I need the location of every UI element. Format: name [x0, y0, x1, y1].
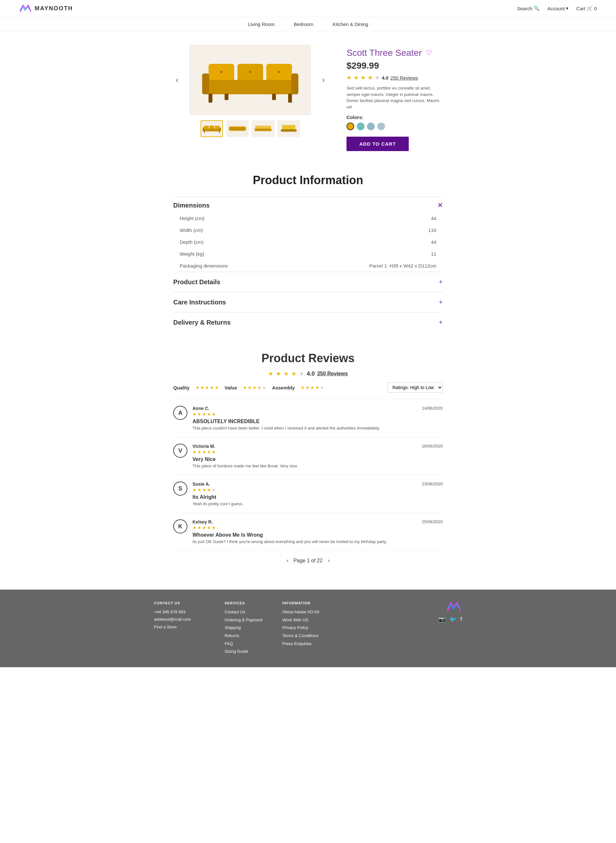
- search-link[interactable]: Search 🔍: [517, 6, 540, 11]
- footer-services-title: SERVICES: [224, 601, 263, 605]
- footer-contact-us[interactable]: Contact Us: [224, 608, 263, 616]
- thumbnail-4[interactable]: [277, 120, 300, 137]
- wishlist-icon[interactable]: ♡: [426, 49, 432, 57]
- overall-rating: ★ ★ ★ ★ ★ 4.0 250 Reviews: [173, 370, 443, 377]
- review-date-2: 23/06/2020: [422, 481, 443, 486]
- color-swatch-blue-grey[interactable]: [367, 123, 375, 130]
- rating-row: ★ ★ ★ ★ ★ 4.0 250 Reviews: [346, 74, 443, 81]
- header: MAYNOOTH Search 🔍 Account ▾ Cart 🛒 0: [0, 0, 616, 17]
- accordion-care-instructions-label: Care Instructions: [173, 299, 226, 306]
- reviews-section: Product Reviews ★ ★ ★ ★ ★ 4.0 250 Review…: [154, 345, 462, 589]
- prev-image-button[interactable]: ‹: [173, 73, 181, 87]
- nav-bedroom[interactable]: Bedroom: [294, 22, 314, 27]
- prev-page-button[interactable]: ‹: [286, 557, 289, 564]
- review-content-2: Susie A. ★ ★ ★ ★ ★ 23/06/2020 Its Alrigh…: [192, 481, 443, 506]
- dim-row-packaging: Packaging dimensions Parcel 1: H35 x W42…: [173, 260, 443, 272]
- thumbnail-3[interactable]: [252, 120, 274, 137]
- nav-kitchen-dining[interactable]: Kitchen & Dining: [333, 22, 368, 27]
- accordion-care-instructions-header[interactable]: Care Instructions +: [173, 292, 443, 312]
- product-title: Scott Three Seater ♡: [346, 48, 443, 58]
- value-stars: ★ ★ ★ ★ ★: [243, 385, 266, 390]
- logo-text: MAYNOOTH: [35, 5, 73, 12]
- svg-rect-13: [204, 126, 209, 129]
- instagram-icon[interactable]: 📷: [439, 616, 446, 623]
- header-actions: Search 🔍 Account ▾ Cart 🛒 0: [517, 6, 597, 11]
- footer-sizing-guide[interactable]: Sizing Guide: [224, 648, 263, 656]
- logo-icon: [19, 4, 32, 13]
- overall-star-5: ★: [299, 370, 304, 377]
- thumbnail-2[interactable]: [226, 120, 249, 137]
- pagination: ‹ Page 1 of 22 ›: [173, 550, 443, 577]
- accordion-delivery-returns-header[interactable]: Delivery & Returns +: [173, 312, 443, 332]
- dim-row-height: Height (cm) 44: [173, 213, 443, 224]
- footer-returns[interactable]: Returns: [224, 632, 263, 640]
- add-to-cart-button[interactable]: ADD TO CART: [346, 137, 409, 151]
- footer-terms[interactable]: Terms & Conditions: [282, 632, 334, 640]
- svg-rect-14: [210, 126, 214, 129]
- star-4: ★: [368, 74, 373, 81]
- nav-living-room[interactable]: Living Room: [248, 22, 274, 27]
- footer-privacy-policy[interactable]: Privacy Policy: [282, 624, 334, 632]
- color-swatch-light-blue[interactable]: [377, 123, 385, 130]
- twitter-icon[interactable]: 🐦: [449, 616, 456, 623]
- cart-link[interactable]: Cart 🛒 0: [576, 6, 597, 11]
- dim-row-depth: Depth (cm) 44: [173, 236, 443, 248]
- review-item-3: K Kelsey R. ★ ★ ★ ★ ★ 25/06/2020 Whoever…: [173, 513, 443, 550]
- footer-ordering-payment[interactable]: Ordering & Payment: [224, 616, 263, 624]
- cart-icon: 🛒: [587, 6, 593, 11]
- reviewer-name-2: Susie A.: [192, 481, 216, 487]
- accordion-delivery-returns-label: Delivery & Returns: [173, 319, 231, 326]
- rating-categories: Quality ★ ★ ★ ★ ★ Value ★ ★ ★ ★ ★ Assemb…: [173, 383, 443, 393]
- accordion-product-details-header[interactable]: Product Details +: [173, 272, 443, 292]
- accordion-delivery-returns-icon: +: [439, 318, 443, 327]
- star-5: ★: [375, 74, 380, 81]
- reviewer-avatar-3: K: [173, 519, 187, 534]
- color-swatch-yellow[interactable]: [346, 123, 354, 130]
- reviewer-avatar-1: V: [173, 444, 187, 458]
- svg-rect-22: [229, 127, 246, 130]
- dimensions-close-icon[interactable]: ✕: [437, 201, 443, 209]
- svg-rect-20: [219, 131, 220, 133]
- svg-rect-19: [204, 131, 205, 133]
- footer-info-title: INFORMATION: [282, 601, 334, 605]
- accordion-delivery-returns: Delivery & Returns +: [173, 312, 443, 332]
- thumbnail-1[interactable]: [201, 120, 223, 137]
- footer-about[interactable]: About Adobe XD Kit: [282, 608, 334, 616]
- next-page-button[interactable]: ›: [327, 557, 330, 564]
- accordion-care-instructions: Care Instructions +: [173, 292, 443, 312]
- review-count[interactable]: 250 Reviews: [390, 75, 418, 81]
- review-text-2: Yeah its pretty cool I guess.: [192, 501, 443, 506]
- overall-review-count[interactable]: 250 Reviews: [317, 371, 348, 377]
- review-title-2: Its Alright: [192, 494, 443, 500]
- footer-press[interactable]: Press Enquiries: [282, 640, 334, 648]
- product-images: ‹: [173, 45, 327, 151]
- product-information-heading: Product Information: [173, 173, 443, 187]
- svg-rect-16: [204, 129, 220, 131]
- footer-info: INFORMATION About Adobe XD Kit Work With…: [282, 601, 334, 648]
- footer-work-with-us[interactable]: Work With US: [282, 616, 334, 624]
- review-text-1: This piece of furniture made me feel lik…: [192, 463, 443, 468]
- account-link[interactable]: Account ▾: [547, 6, 569, 11]
- colors-label: Colors:: [346, 114, 443, 120]
- main-product-image: [189, 45, 311, 115]
- star-3: ★: [361, 74, 366, 81]
- facebook-icon[interactable]: f: [461, 616, 462, 623]
- review-date-0: 14/06/2020: [422, 406, 443, 411]
- overall-star-1: ★: [268, 370, 273, 377]
- svg-point-12: [278, 70, 280, 73]
- footer-logo-mini: [446, 601, 462, 612]
- assembly-stars: ★ ★ ★ ★ ★: [301, 385, 324, 390]
- color-swatch-teal[interactable]: [357, 123, 364, 130]
- sort-select[interactable]: Ratings: High to Low Ratings: Low to Hig…: [387, 383, 443, 393]
- footer-faq[interactable]: FAQ: [224, 640, 263, 648]
- product-section: ‹: [154, 32, 462, 164]
- footer-shipping[interactable]: Shipping: [224, 624, 263, 632]
- dim-row-width: Width (cm) 110: [173, 224, 443, 236]
- review-content-3: Kelsey R. ★ ★ ★ ★ ★ 25/06/2020 Whoever A…: [192, 519, 443, 544]
- assembly-label: Assembly: [272, 385, 295, 390]
- next-image-button[interactable]: ›: [320, 73, 327, 87]
- logo[interactable]: MAYNOOTH: [19, 4, 73, 13]
- review-date-3: 25/06/2020: [422, 519, 443, 524]
- product-information-section: Product Information Dimensions ✕ Height …: [154, 164, 462, 345]
- footer-find-store[interactable]: Find a Store: [154, 623, 205, 630]
